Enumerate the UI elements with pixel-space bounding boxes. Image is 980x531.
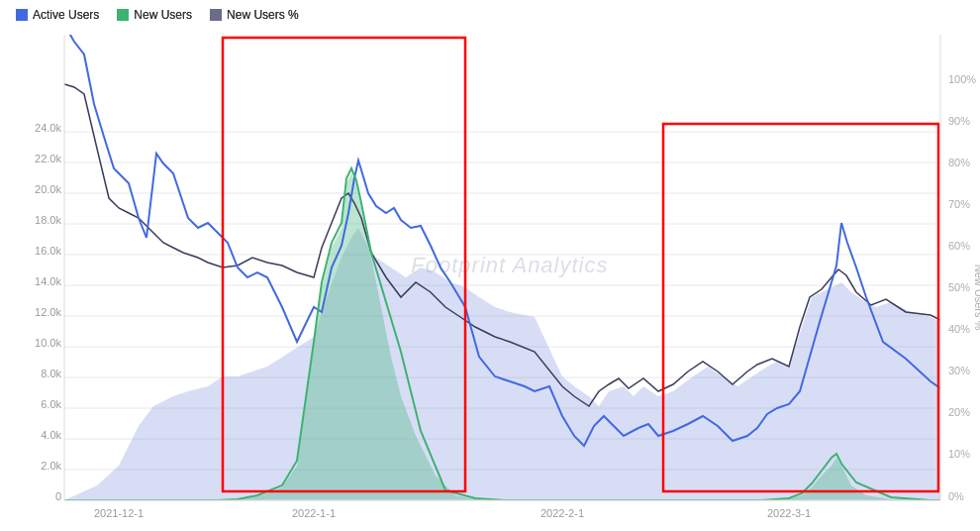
svg-text:40%: 40% [948, 323, 970, 335]
svg-text:100%: 100% [948, 73, 976, 85]
svg-text:6.0k: 6.0k [41, 398, 61, 410]
svg-text:20%: 20% [948, 406, 970, 418]
svg-text:2021-12-1: 2021-12-1 [94, 507, 144, 519]
svg-text:50%: 50% [948, 281, 970, 293]
svg-text:18.0k: 18.0k [35, 214, 61, 226]
svg-text:2022-2-1: 2022-2-1 [540, 507, 584, 519]
svg-text:22.0k: 22.0k [35, 153, 61, 164]
chart-legend: Active Users New Users New Users % [16, 8, 299, 22]
svg-text:70%: 70% [948, 198, 970, 210]
svg-text:2022-1-1: 2022-1-1 [292, 507, 336, 519]
x-axis-labels: 2021-12-1 2022-1-1 2022-2-1 2022-3-1 [94, 507, 811, 519]
legend-item-pct: New Users % [210, 8, 299, 22]
new-users-pct-legend-swatch [210, 9, 222, 21]
svg-text:10.0k: 10.0k [35, 337, 61, 349]
svg-text:2022-3-1: 2022-3-1 [767, 507, 811, 519]
svg-text:24.0k: 24.0k [35, 122, 61, 134]
svg-text:90%: 90% [948, 115, 970, 127]
svg-text:30%: 30% [948, 365, 970, 376]
svg-text:0%: 0% [948, 490, 964, 502]
chart-svg: 0 2.0k 4.0k 6.0k 8.0k 10.0k 12.0k 14.0k … [0, 0, 980, 531]
legend-item-new: New Users [117, 8, 192, 22]
y-axis-right: 0% 10% 20% 30% 40% 50% 60% 70% 80% 90% 1… [948, 73, 976, 502]
svg-text:60%: 60% [948, 240, 970, 252]
chart-container: Active Users New Users New Users % Footp… [0, 0, 980, 531]
new-users-legend-label: New Users [134, 8, 192, 22]
svg-text:80%: 80% [948, 157, 970, 168]
svg-text:8.0k: 8.0k [41, 368, 61, 379]
svg-text:16.0k: 16.0k [35, 245, 61, 257]
svg-text:0: 0 [55, 490, 61, 502]
svg-text:10%: 10% [948, 448, 970, 460]
y-axis-left: 0 2.0k 4.0k 6.0k 8.0k 10.0k 12.0k 14.0k … [35, 122, 61, 502]
active-users-legend-swatch [16, 9, 28, 21]
legend-item-active: Active Users [16, 8, 99, 22]
active-users-legend-label: Active Users [33, 8, 99, 22]
svg-text:4.0k: 4.0k [41, 429, 61, 441]
svg-text:14.0k: 14.0k [35, 275, 61, 287]
y-axis-right-label: New Users % [973, 265, 980, 331]
new-users-pct-area [64, 228, 940, 500]
new-users-pct-legend-label: New Users % [227, 8, 299, 22]
svg-text:12.0k: 12.0k [35, 306, 61, 318]
new-users-legend-swatch [117, 9, 129, 21]
svg-text:2.0k: 2.0k [41, 460, 61, 472]
svg-text:20.0k: 20.0k [35, 183, 61, 195]
